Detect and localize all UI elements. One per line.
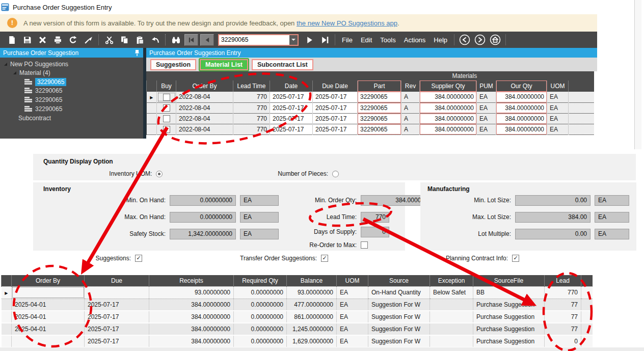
cell-due[interactable] bbox=[85, 286, 149, 299]
cell-exception[interactable] bbox=[430, 323, 473, 335]
cell-supplier-qty[interactable]: 384.00000000 bbox=[420, 92, 477, 102]
cell-source[interactable]: On-Hand Quantity bbox=[368, 286, 430, 299]
table-row[interactable]: 2025-07-17 384.00000000 0.00000000 1,629… bbox=[2, 335, 593, 347]
cell-exception[interactable] bbox=[430, 335, 473, 347]
cell-lead[interactable]: 77 bbox=[545, 323, 581, 335]
cell-our-qty[interactable]: 384.00000000 bbox=[496, 113, 547, 124]
tree-node-label[interactable]: Material (4) bbox=[19, 69, 50, 76]
buy-checkbox[interactable] bbox=[163, 94, 170, 101]
col-date[interactable]: Date bbox=[270, 80, 313, 92]
cell-lead[interactable]: 77 bbox=[545, 311, 581, 323]
expander-icon[interactable] bbox=[4, 63, 7, 66]
cell-lead[interactable]: 0 bbox=[545, 335, 581, 347]
cell-date[interactable]: 2025-07-17 bbox=[270, 113, 313, 124]
table-row[interactable]: 93.00000000 0.00000000 93.00000000 EA On… bbox=[2, 286, 593, 299]
suggestions-checkbox[interactable] bbox=[135, 255, 142, 262]
cell-sourcefile[interactable]: BB bbox=[473, 286, 545, 299]
cell-due[interactable]: 2025-07-17 bbox=[85, 299, 149, 311]
clear-button[interactable] bbox=[81, 33, 96, 46]
max-on-hand-field[interactable]: 0.00000000 bbox=[170, 212, 236, 223]
cell-order-by[interactable] bbox=[12, 286, 85, 299]
record-dropdown-button[interactable] bbox=[289, 35, 298, 45]
cell-required-qty[interactable]: 0.00000000 bbox=[234, 323, 287, 335]
cell-part[interactable]: 32290065 bbox=[358, 102, 401, 113]
previous-record-button[interactable] bbox=[200, 34, 214, 46]
reorder-to-max-checkbox[interactable] bbox=[361, 241, 368, 249]
col-exception[interactable]: Exception bbox=[430, 275, 473, 286]
save-button[interactable] bbox=[19, 33, 35, 46]
cell-uom[interactable]: EA bbox=[337, 286, 368, 299]
cell-order-by[interactable] bbox=[12, 335, 85, 347]
cell-sourcefile[interactable]: Purchase Suggestion bbox=[473, 323, 545, 335]
cell-part[interactable]: 32290065 bbox=[358, 124, 401, 134]
max-lot-size-uom[interactable]: EA bbox=[595, 212, 629, 223]
tree-node-label[interactable]: 32290065 bbox=[35, 78, 66, 86]
cell-lead-time[interactable]: 770 bbox=[233, 113, 270, 124]
undo-button[interactable] bbox=[147, 33, 163, 46]
next-record-button[interactable] bbox=[302, 33, 317, 46]
col-lead[interactable]: Lead bbox=[545, 275, 581, 286]
cell-exception[interactable] bbox=[430, 299, 473, 311]
cell-supplier-qty[interactable]: 384.00000000 bbox=[420, 124, 477, 134]
tab-material-list[interactable]: Material List bbox=[200, 59, 248, 70]
cell-date[interactable]: 2025-07-17 bbox=[270, 124, 313, 134]
cell-supplier-qty[interactable]: 384.00000000 bbox=[420, 102, 477, 113]
col-sourcefile[interactable]: SourceFile bbox=[473, 275, 545, 286]
expander-icon[interactable] bbox=[13, 71, 16, 74]
table-row[interactable]: 2022-08-04 770 2025-07-17 2025-07-17 322… bbox=[147, 92, 594, 102]
cell-our-qty[interactable]: 384.00000000 bbox=[496, 92, 547, 102]
buy-checkbox[interactable] bbox=[163, 115, 170, 122]
new-button[interactable] bbox=[4, 33, 19, 46]
cell-required-qty[interactable]: 0.00000000 bbox=[234, 299, 287, 311]
planning-contract-info-checkbox[interactable] bbox=[512, 255, 519, 262]
cell-receipts[interactable]: 384.00000000 bbox=[149, 335, 234, 347]
tree-node-label[interactable]: New PO Suggestions bbox=[10, 61, 68, 68]
cell-receipts[interactable]: 384.00000000 bbox=[149, 311, 234, 323]
cell-lead[interactable]: 77 bbox=[545, 299, 581, 311]
cell-date[interactable]: 2025-07-17 bbox=[270, 92, 313, 102]
cell-required-qty[interactable]: 0.00000000 bbox=[234, 311, 287, 323]
col-due[interactable]: Due bbox=[85, 275, 149, 286]
cell-pum[interactable]: EA bbox=[477, 92, 496, 102]
days-of-supply-field[interactable]: 0 bbox=[361, 227, 389, 237]
pin-icon[interactable] bbox=[134, 49, 140, 57]
new-app-link[interactable]: the new New PO Suggestions app bbox=[297, 19, 397, 27]
cell-rev[interactable]: A bbox=[401, 92, 420, 102]
cell-uom[interactable]: EA bbox=[337, 323, 368, 335]
menu-tools[interactable]: Tools bbox=[380, 36, 395, 44]
tree-node-part[interactable]: 32290065 bbox=[24, 96, 62, 103]
min-lot-size-field[interactable]: 0.00 bbox=[515, 195, 591, 206]
col-order-by[interactable]: Order By bbox=[12, 275, 85, 286]
cell-required-qty[interactable]: 0.00000000 bbox=[234, 286, 287, 299]
menu-help[interactable]: Help bbox=[434, 36, 447, 44]
number-of-pieces-radio[interactable] bbox=[332, 171, 339, 177]
cell-source[interactable]: Suggestion For W bbox=[368, 311, 430, 323]
cell-order-by[interactable]: 2025-04-01 bbox=[12, 299, 85, 311]
cell-receipts[interactable]: 93.00000000 bbox=[149, 286, 234, 299]
tree-node-label[interactable]: 32290065 bbox=[35, 87, 62, 94]
cell-buy[interactable] bbox=[157, 124, 176, 134]
cell-source[interactable]: Suggestion For W bbox=[368, 299, 430, 311]
cell-order-by[interactable]: 2025-04-01 bbox=[12, 311, 85, 323]
tree-node-root[interactable]: New PO Suggestions bbox=[4, 61, 68, 68]
cell-due-date[interactable]: 2025-07-17 bbox=[313, 102, 358, 113]
col-source[interactable]: Source bbox=[368, 275, 430, 286]
cell-order-by[interactable]: 2022-08-04 bbox=[176, 102, 233, 113]
table-row[interactable]: 2025-04-01 2025-07-17 384.00000000 0.000… bbox=[2, 323, 593, 335]
cell-due-date[interactable]: 2025-07-17 bbox=[313, 92, 358, 102]
cell-required-qty[interactable]: 0.00000000 bbox=[234, 335, 287, 347]
max-lot-size-field[interactable]: 384.00 bbox=[515, 212, 591, 223]
cell-lead[interactable]: 770 bbox=[545, 286, 581, 299]
cell-source[interactable]: Suggestion For W bbox=[368, 335, 430, 347]
tab-subcontract-list[interactable]: Subcontract List bbox=[252, 59, 313, 70]
cell-sourcefile[interactable]: Purchase Suggestion bbox=[473, 335, 545, 347]
cell-pum[interactable]: EA bbox=[477, 113, 496, 124]
cell-rev[interactable]: A bbox=[401, 102, 420, 113]
col-supplier-qty[interactable]: Supplier Qty bbox=[420, 80, 477, 92]
col-lead-time[interactable]: Lead Time bbox=[233, 80, 270, 92]
tree-node-label[interactable]: Subcontract bbox=[18, 115, 51, 122]
search-button[interactable] bbox=[168, 33, 183, 46]
cell-pum[interactable]: EA bbox=[477, 102, 496, 113]
col-due-date[interactable]: Due Date bbox=[313, 80, 358, 92]
lot-multiple-field[interactable]: 0.00 bbox=[515, 229, 591, 239]
